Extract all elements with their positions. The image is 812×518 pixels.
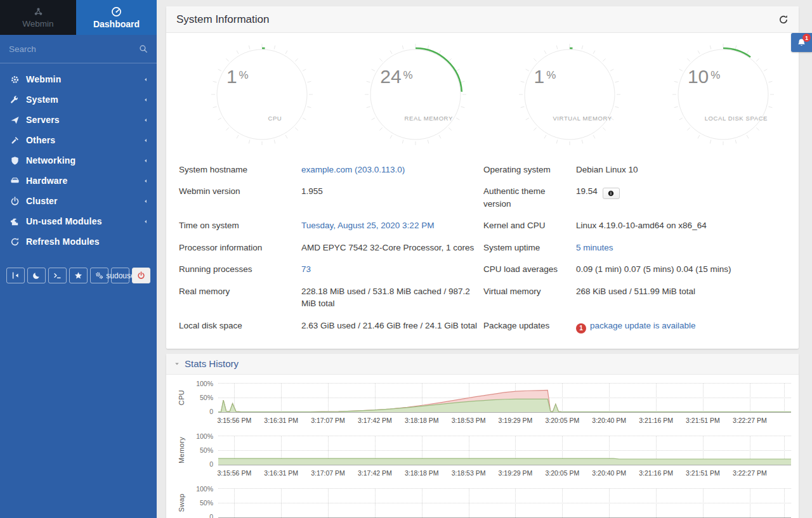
sidebar-item-networking[interactable]: Networking bbox=[0, 150, 157, 171]
swap-axis-label: Swap bbox=[178, 494, 185, 512]
info-value-text: AMD EPYC 7542 32-Core Processor, 1 cores bbox=[301, 243, 474, 252]
x-tick-label: 3:21:16 PM bbox=[639, 417, 673, 424]
gauge-number: 24 bbox=[380, 66, 401, 87]
gauge-dial bbox=[516, 41, 624, 148]
gauge-unit: % bbox=[710, 69, 720, 81]
sidebar-item-label: Refresh Modules bbox=[26, 236, 100, 247]
info-value: 268 KiB used / 511.99 MiB total bbox=[576, 280, 789, 314]
info-value-link[interactable]: example.com (203.0.113.0) bbox=[301, 165, 405, 174]
plot-column: 3:15:56 PM3:16:31 PM3:17:07 PM3:17:42 PM… bbox=[218, 488, 791, 518]
gear-icon bbox=[10, 75, 20, 84]
webmin-logo-icon bbox=[33, 6, 44, 17]
gauges-row: 1%CPU 24%REAL MEMORY 1%VIRTUAL MEMORY 10… bbox=[166, 33, 799, 150]
sidebar-search bbox=[0, 35, 157, 63]
gridline-vertical bbox=[609, 489, 610, 517]
x-axis-labels: 3:15:56 PM3:16:31 PM3:17:07 PM3:17:42 PM… bbox=[218, 465, 791, 479]
page-title: System Information bbox=[176, 13, 778, 26]
info-value-link[interactable]: 73 bbox=[301, 264, 311, 274]
sidebar-item-hardware[interactable]: Hardware bbox=[0, 171, 157, 191]
x-tick-label: 3:22:27 PM bbox=[733, 469, 767, 477]
info-label: CPU load averages bbox=[483, 259, 576, 281]
tab-dashboard[interactable]: Dashboard bbox=[76, 0, 157, 35]
gridline-vertical bbox=[375, 489, 376, 517]
terminal-button[interactable] bbox=[48, 268, 67, 283]
chart-axis-title: Memory bbox=[174, 436, 189, 465]
info-value: example.com (203.0.113.0) bbox=[301, 159, 483, 181]
chevron-left-icon bbox=[143, 117, 148, 123]
info-label: System hostname bbox=[179, 159, 301, 181]
search-icon[interactable] bbox=[139, 44, 148, 53]
info-label: Webmin version bbox=[179, 181, 301, 215]
info-value-link[interactable]: 5 minutes bbox=[576, 243, 613, 252]
gridline-vertical bbox=[784, 489, 785, 517]
search-input[interactable] bbox=[9, 44, 139, 54]
sidebar-item-system[interactable]: System bbox=[0, 89, 157, 110]
gavel-icon bbox=[10, 136, 20, 145]
gauge-label: CPU bbox=[221, 115, 329, 122]
x-tick-label: 3:19:29 PM bbox=[499, 469, 533, 477]
notifications-button[interactable]: 1 bbox=[791, 33, 812, 52]
chevron-left-icon bbox=[143, 219, 148, 224]
dashboard-icon bbox=[111, 6, 122, 17]
user-button[interactable]: sudouser bbox=[111, 268, 129, 283]
hdd-icon bbox=[10, 176, 20, 186]
sidebar-item-servers[interactable]: Servers bbox=[0, 110, 157, 130]
refresh-icon bbox=[778, 15, 789, 25]
info-value-text: Debian Linux 10 bbox=[576, 165, 638, 174]
y-tick-label: 0 bbox=[209, 513, 213, 518]
x-tick-label: 3:21:51 PM bbox=[686, 469, 720, 477]
gauge-unit: % bbox=[239, 69, 249, 81]
sidebar-item-refresh-modules[interactable]: Refresh Modules bbox=[0, 231, 157, 252]
stats-history-header[interactable]: Stats History bbox=[166, 354, 799, 375]
plot-column: 3:15:56 PM3:16:31 PM3:17:07 PM3:17:42 PM… bbox=[218, 383, 791, 427]
sidebar-footer: sudouser bbox=[0, 268, 157, 283]
sidebar-tabs: Webmin Dashboard bbox=[0, 0, 157, 35]
tab-dashboard-label: Dashboard bbox=[93, 19, 140, 29]
sidebar-item-webmin[interactable]: Webmin bbox=[0, 69, 157, 89]
info-icon bbox=[608, 190, 614, 197]
info-value-text: 0.09 (1 min) 0.07 (5 mins) 0.04 (15 mins… bbox=[576, 264, 731, 274]
stats-history-title: Stats History bbox=[185, 358, 239, 369]
sidebar-item-others[interactable]: Others bbox=[0, 130, 157, 150]
puzzle-icon bbox=[10, 217, 20, 226]
gauge-label: REAL MEMORY bbox=[375, 115, 483, 122]
y-axis-ticks: 100%50%0 bbox=[189, 436, 218, 465]
x-tick-label: 3:18:18 PM bbox=[405, 469, 439, 477]
info-value-link[interactable]: Tuesday, August 25, 2020 3:22 PM bbox=[301, 221, 434, 230]
chevron-left-icon bbox=[143, 138, 148, 143]
y-axis-ticks: 100%50%0 bbox=[189, 488, 218, 518]
cpu-chart: CPU100%50%03:15:56 PM3:16:31 PM3:17:07 P… bbox=[174, 383, 791, 427]
terminal-icon bbox=[53, 271, 62, 280]
collapse-sidebar-button[interactable] bbox=[6, 268, 25, 283]
refresh-button[interactable] bbox=[778, 15, 789, 25]
info-label: Operating system bbox=[483, 159, 576, 181]
gridline-vertical bbox=[328, 489, 329, 517]
sidebar-item-un-used-modules[interactable]: Un-used Modules bbox=[0, 211, 157, 231]
theme-info-button[interactable] bbox=[603, 188, 620, 199]
favorites-button[interactable] bbox=[69, 268, 88, 283]
gridline-vertical bbox=[234, 489, 235, 517]
logout-button[interactable] bbox=[132, 268, 150, 283]
night-mode-button[interactable] bbox=[27, 268, 46, 283]
sidebar-item-label: Others bbox=[26, 135, 55, 145]
chevron-left-icon bbox=[143, 97, 148, 103]
plot-area bbox=[218, 436, 791, 465]
info-value-text: Linux 4.19.0-10-amd64 on x86_64 bbox=[576, 221, 707, 230]
y-tick-label: 100% bbox=[196, 432, 213, 440]
tab-webmin-label: Webmin bbox=[22, 19, 53, 29]
chevron-left-icon bbox=[143, 158, 148, 164]
info-value-text: 1.955 bbox=[301, 186, 323, 196]
tab-webmin[interactable]: Webmin bbox=[0, 0, 76, 35]
refresh-icon bbox=[10, 237, 20, 247]
system-info-table: System hostnameexample.com (203.0.113.0)… bbox=[166, 150, 799, 349]
sidebar-item-label: System bbox=[26, 94, 58, 105]
x-tick-label: 3:17:07 PM bbox=[311, 417, 345, 424]
gauge-value: 1% bbox=[534, 66, 554, 87]
x-tick-label: 3:18:53 PM bbox=[452, 417, 486, 424]
sidebar-item-cluster[interactable]: Cluster bbox=[0, 191, 157, 211]
info-value-link[interactable]: package update is available bbox=[590, 321, 696, 330]
x-tick-label: 3:16:31 PM bbox=[264, 417, 298, 424]
gauge-number: 1 bbox=[226, 66, 237, 87]
logout-icon bbox=[137, 271, 145, 280]
info-label: Authentic theme version bbox=[483, 181, 576, 215]
